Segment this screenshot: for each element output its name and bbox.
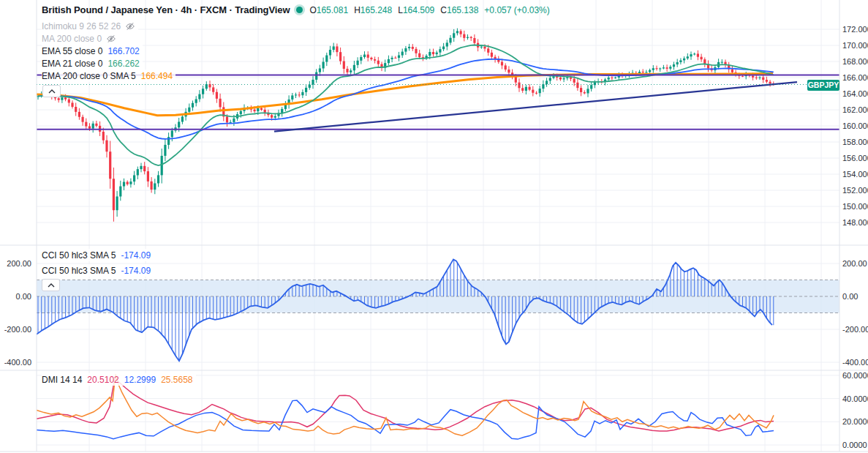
- open-label: O: [309, 5, 316, 15]
- high-label: H: [354, 5, 361, 15]
- high-value: 165.248: [361, 5, 392, 15]
- legend-row[interactable]: DMI 14 1420.510212.299925.5658: [42, 373, 196, 386]
- scale-tick: 164.000: [842, 89, 868, 98]
- close-value: 165.138: [447, 5, 478, 15]
- legend-value: 12.2999: [124, 375, 156, 385]
- eye-off-icon: [106, 34, 116, 44]
- legend-value: 166.494: [141, 71, 173, 81]
- legend-label: Ichimoku 9 26 52 26: [42, 21, 121, 31]
- change-value: +0.057 (+0.03%): [484, 5, 549, 15]
- legend-label: CCI 50 hlc3 SMA 5: [42, 250, 116, 261]
- scale-tick: 162.000: [842, 105, 868, 114]
- legend-row[interactable]: Ichimoku 9 26 52 26: [42, 20, 138, 32]
- low-value: 164.509: [403, 5, 434, 15]
- legend-value: 20.5102: [87, 375, 118, 385]
- legend-label: EMA 21 close 0: [42, 59, 102, 69]
- cci-pane[interactable]: [37, 259, 839, 361]
- chevron-up-icon: [48, 89, 56, 94]
- scale-tick: 20.0000: [842, 417, 868, 426]
- scale-tick: 40.0000: [842, 394, 868, 403]
- scale-tick: 160.000: [842, 121, 868, 130]
- scale-tick: 154.000: [842, 170, 868, 179]
- collapse-pane-button-cci[interactable]: [42, 279, 60, 291]
- symbol-price-label: GBPJPY: [807, 80, 839, 91]
- scale-tick: 168.000: [842, 57, 868, 66]
- close-label: C: [440, 5, 447, 15]
- scale-tick-left: -400.00: [0, 358, 31, 367]
- legend-row[interactable]: MA 200 close 0: [42, 32, 119, 45]
- legend-row[interactable]: EMA 200 close 0 SMA 5166.494: [42, 70, 176, 82]
- market-status-icon[interactable]: [296, 7, 303, 13]
- tradingview-chart-window: British Pound / Japanese Yen · 4h · FXCM…: [0, 0, 868, 453]
- low-label: L: [398, 5, 403, 15]
- collapse-pane-button[interactable]: [42, 85, 61, 97]
- legend-row[interactable]: CCI 50 hlc3 SMA 5-174.09: [42, 264, 154, 277]
- line_blue: [37, 400, 774, 439]
- chart-header: British Pound / Japanese Yen · 4h · FXCM…: [42, 4, 550, 15]
- scale-tick: 60.0000: [842, 371, 868, 380]
- ohlc-values: O165.081 H165.248 L164.509 C165.138 +0.0…: [309, 5, 549, 15]
- scale-tick-left: 200.00: [0, 259, 31, 268]
- open-value: 165.081: [317, 5, 348, 15]
- price-scale[interactable]: JPY 172.000170.000168.000166.000164.0001…: [840, 0, 868, 453]
- legend-label: CCI 50 hlc3 SMA 5: [42, 266, 116, 276]
- legend-label: MA 200 close 0: [42, 34, 102, 44]
- scale-tick: -200.00: [842, 325, 868, 334]
- line_pink: [37, 378, 774, 431]
- legend-row[interactable]: CCI 50 hlc3 SMA 5-174.09: [42, 249, 154, 261]
- scale-tick: 150.000: [842, 202, 868, 211]
- scale-tick: 158.000: [842, 138, 868, 146]
- scale-tick: -400.00: [842, 358, 868, 367]
- scale-tick: 172.000: [842, 25, 868, 34]
- legend-value: -174.09: [121, 250, 151, 261]
- scale-tick: 148.000: [842, 218, 868, 227]
- scale-tick-left: 0.00: [0, 292, 31, 301]
- eye-off-icon: [125, 21, 135, 31]
- chevron-up-icon: [48, 283, 55, 288]
- legend-label: EMA 200 close 0 SMA 5: [42, 71, 136, 81]
- legend-value: 166.262: [107, 59, 139, 69]
- scale-tick: 166.000: [842, 73, 868, 82]
- scale-tick: 0.00: [842, 292, 858, 301]
- indicator-legend-dmi: DMI 14 1420.510212.299925.5658: [42, 373, 196, 386]
- legend-value: -174.09: [121, 266, 151, 276]
- legend-row[interactable]: EMA 55 close 0166.702: [42, 45, 143, 57]
- symbol-title[interactable]: British Pound / Japanese Yen · 4h · FXCM…: [42, 4, 290, 15]
- scale-tick-left: -200.00: [0, 325, 31, 334]
- legend-value: 25.5658: [161, 375, 192, 385]
- legend-row[interactable]: EMA 21 close 0166.262: [42, 57, 143, 70]
- scale-tick: 170.000: [842, 41, 868, 50]
- indicator-legend-cci: CCI 50 hlc3 SMA 5-174.09CCI 50 hlc3 SMA …: [42, 249, 154, 280]
- indicator-legend-main: Ichimoku 9 26 52 26MA 200 close 0EMA 55 …: [42, 20, 176, 82]
- legend-label: DMI 14 14: [42, 375, 82, 385]
- legend-value: 166.702: [107, 46, 139, 56]
- scale-tick: 152.000: [842, 186, 868, 195]
- scale-tick: 0.0000: [842, 441, 867, 449]
- scale-tick: 200.00: [842, 259, 867, 268]
- scale-tick: 156.000: [842, 154, 868, 162]
- legend-label: EMA 55 close 0: [42, 46, 102, 56]
